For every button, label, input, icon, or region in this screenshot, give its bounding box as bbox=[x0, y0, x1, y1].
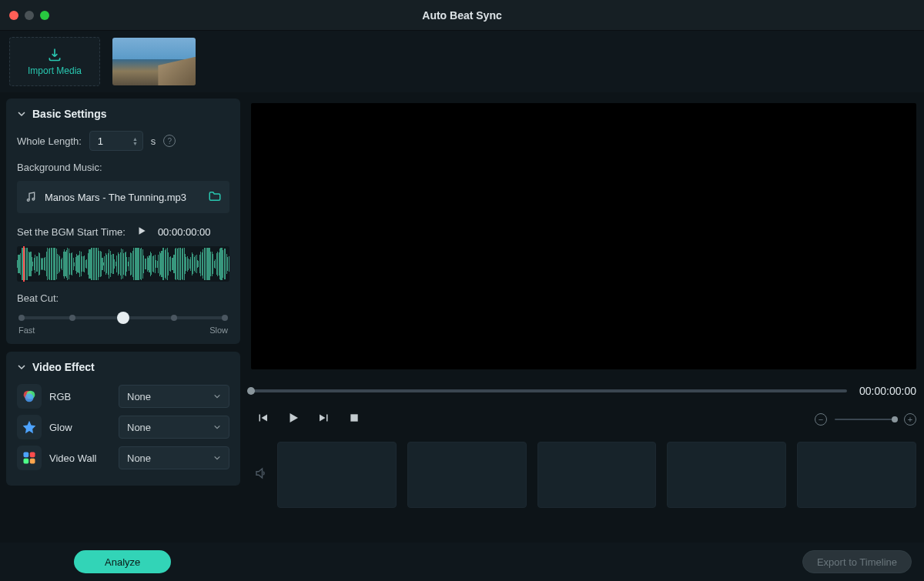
bgm-play-button[interactable] bbox=[136, 225, 147, 239]
video-effect-title: Video Effect bbox=[32, 361, 95, 373]
effect-name: Video Wall bbox=[49, 452, 111, 464]
window-controls bbox=[9, 11, 49, 20]
svg-point-1 bbox=[32, 198, 35, 200]
effect-name: RGB bbox=[49, 391, 111, 402]
clip-slot[interactable] bbox=[407, 442, 527, 508]
chevron-down-icon bbox=[213, 454, 221, 462]
effect-name: Glow bbox=[49, 422, 111, 433]
effect-dropdown-rgb[interactable]: None bbox=[119, 385, 229, 408]
help-icon[interactable]: ? bbox=[163, 135, 176, 147]
clip-slot[interactable] bbox=[537, 442, 657, 508]
glow-icon bbox=[17, 415, 42, 439]
play-icon bbox=[286, 411, 300, 425]
folder-icon bbox=[208, 189, 222, 203]
whole-length-unit: s bbox=[151, 135, 156, 147]
svg-rect-7 bbox=[24, 459, 29, 464]
waveform-playhead[interactable] bbox=[23, 246, 25, 282]
footer: Analyze Export to Timeline bbox=[0, 543, 924, 581]
clip-slots bbox=[277, 442, 916, 508]
close-window-button[interactable] bbox=[9, 11, 18, 20]
background-music-label: Background Music: bbox=[17, 162, 229, 173]
music-note-icon bbox=[25, 191, 37, 203]
beat-cut-label: Beat Cut: bbox=[17, 292, 229, 304]
effect-value: None bbox=[127, 452, 151, 464]
whole-length-label: Whole Length: bbox=[17, 135, 82, 147]
zoom-thumb[interactable] bbox=[892, 416, 898, 422]
analyze-button[interactable]: Analyze bbox=[74, 550, 171, 573]
zoom-slider[interactable] bbox=[835, 419, 896, 420]
zoom-controls: − + bbox=[815, 413, 916, 426]
zoom-out-button[interactable]: − bbox=[815, 413, 827, 426]
import-media-button[interactable]: Import Media bbox=[9, 37, 100, 86]
bgm-waveform[interactable] bbox=[17, 246, 229, 282]
playback-timecode: 00:00:00:00 bbox=[859, 385, 916, 397]
background-music-filename: Manos Mars - The Tunning.mp3 bbox=[45, 192, 186, 203]
video-effect-section: Video Effect RGB None Glow None bbox=[6, 352, 240, 486]
basic-settings-section: Basic Settings Whole Length: 1 ▲▼ s ? Ba… bbox=[6, 99, 240, 344]
beat-cut-slow-label: Slow bbox=[209, 326, 228, 335]
timeline-area bbox=[251, 442, 916, 508]
import-icon bbox=[47, 47, 62, 62]
playback-progress[interactable] bbox=[251, 389, 847, 392]
video-wall-icon bbox=[17, 446, 42, 470]
browse-music-button[interactable] bbox=[208, 189, 222, 205]
stop-icon bbox=[348, 412, 360, 424]
speaker-icon bbox=[254, 466, 268, 480]
mute-button[interactable] bbox=[251, 466, 268, 483]
clip-slot[interactable] bbox=[277, 442, 397, 508]
zoom-in-button[interactable]: + bbox=[904, 413, 916, 426]
whole-length-value: 1 bbox=[98, 135, 103, 147]
transport-controls: − + bbox=[251, 411, 916, 428]
chevron-down-icon bbox=[213, 423, 221, 431]
svg-rect-5 bbox=[24, 452, 29, 458]
stop-button[interactable] bbox=[348, 412, 360, 427]
next-frame-icon bbox=[317, 411, 331, 425]
beat-cut-slider[interactable] bbox=[22, 316, 225, 319]
media-thumbnail[interactable] bbox=[112, 38, 196, 85]
background-music-row: Manos Mars - The Tunning.mp3 bbox=[17, 181, 229, 213]
preview-panel: 00:00:00:00 − + bbox=[246, 92, 924, 543]
effect-row-rgb: RGB None bbox=[17, 384, 229, 409]
chevron-down-icon bbox=[17, 109, 26, 119]
play-icon bbox=[136, 225, 147, 236]
next-frame-button[interactable] bbox=[317, 411, 331, 428]
bgm-start-timecode: 00:00:00:00 bbox=[158, 226, 211, 238]
svg-rect-8 bbox=[30, 459, 35, 464]
bgm-start-label: Set the BGM Start Time: bbox=[17, 226, 126, 238]
svg-rect-6 bbox=[30, 452, 35, 458]
effect-dropdown-video-wall[interactable]: None bbox=[119, 446, 229, 469]
export-to-timeline-button[interactable]: Export to Timeline bbox=[802, 550, 912, 573]
title-bar: Auto Beat Sync bbox=[0, 0, 924, 31]
prev-frame-button[interactable] bbox=[256, 411, 270, 428]
basic-settings-header[interactable]: Basic Settings bbox=[17, 108, 229, 120]
maximize-window-button[interactable] bbox=[40, 11, 49, 20]
svg-point-0 bbox=[27, 199, 29, 202]
progress-thumb[interactable] bbox=[247, 387, 255, 395]
video-effect-header[interactable]: Video Effect bbox=[17, 361, 229, 373]
play-button[interactable] bbox=[286, 411, 300, 428]
left-panel: Basic Settings Whole Length: 1 ▲▼ s ? Ba… bbox=[0, 92, 246, 543]
basic-settings-title: Basic Settings bbox=[32, 108, 106, 120]
video-preview[interactable] bbox=[251, 103, 916, 369]
chevron-down-icon bbox=[17, 362, 26, 372]
svg-rect-9 bbox=[350, 414, 357, 421]
prev-frame-icon bbox=[256, 411, 270, 425]
effect-dropdown-glow[interactable]: None bbox=[119, 416, 229, 439]
stepper-controls[interactable]: ▲▼ bbox=[132, 137, 138, 145]
beat-cut-thumb[interactable] bbox=[117, 312, 129, 324]
window-title: Auto Beat Sync bbox=[422, 9, 501, 22]
beat-cut-fast-label: Fast bbox=[18, 326, 35, 335]
effect-row-video-wall: Video Wall None bbox=[17, 446, 229, 470]
media-strip: Import Media bbox=[0, 31, 924, 92]
effect-value: None bbox=[127, 422, 151, 433]
chevron-down-icon bbox=[213, 392, 221, 400]
whole-length-input[interactable]: 1 ▲▼ bbox=[89, 131, 143, 151]
import-media-label: Import Media bbox=[28, 65, 82, 76]
rgb-icon bbox=[17, 384, 42, 409]
clip-slot[interactable] bbox=[667, 442, 786, 508]
effect-value: None bbox=[127, 391, 151, 402]
minimize-window-button[interactable] bbox=[25, 11, 34, 20]
svg-point-4 bbox=[25, 393, 34, 402]
clip-slot[interactable] bbox=[797, 442, 916, 508]
effect-row-glow: Glow None bbox=[17, 415, 229, 439]
